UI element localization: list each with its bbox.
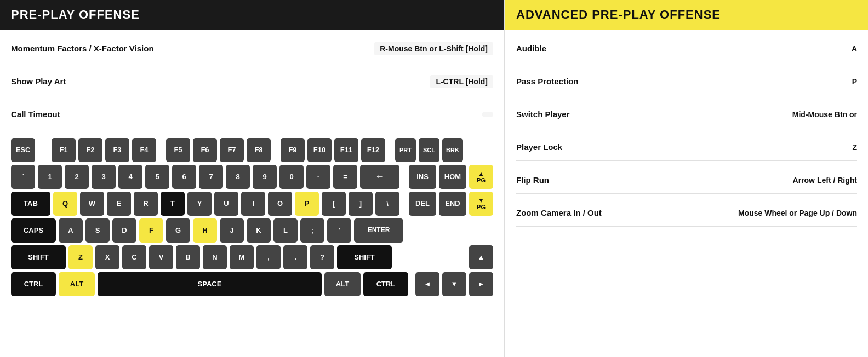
key-esc[interactable]: ESC [11,138,35,162]
right-label-3: Player Lock [516,142,852,152]
key-shift-right[interactable]: SHIFT [337,245,392,269]
key-del[interactable]: DEL [409,192,436,216]
control-row-1: Show Play Art L-CTRL [Hold] [11,62,493,95]
key-end[interactable]: END [439,192,466,216]
key-space[interactable]: SPACE [98,272,322,296]
key-semicolon[interactable]: ; [300,218,324,243]
key-6[interactable]: 6 [172,165,196,189]
key-x[interactable]: X [95,245,119,269]
right-row-1: Pass Protection P [516,62,857,95]
key-0[interactable]: 0 [279,165,304,189]
left-header-text: PRE-PLAY OFFENSE [11,8,140,21]
right-key-0: A [852,44,857,53]
key-k[interactable]: K [247,218,271,243]
key-comma[interactable]: , [256,245,281,269]
key-arrow-right[interactable]: ► [469,272,493,296]
key-4[interactable]: 4 [118,165,142,189]
key-o[interactable]: O [268,192,292,216]
key-r[interactable]: R [134,192,158,216]
key-backtick[interactable]: ` [11,165,35,189]
kb-row-zxcv: SHIFT Z X C V B N M , . ? SHIFT ▲ [11,245,493,269]
key-arrow-left[interactable]: ◄ [415,272,439,296]
key-y[interactable]: Y [187,192,212,216]
key-period[interactable]: . [283,245,307,269]
key-f3[interactable]: F3 [105,138,129,162]
key-f11[interactable]: F11 [334,138,358,162]
key-d[interactable]: D [112,218,136,243]
key-enter[interactable]: ENTER [354,218,403,243]
key-b[interactable]: B [176,245,200,269]
key-3[interactable]: 3 [92,165,116,189]
key-quote[interactable]: ' [327,218,351,243]
key-hom[interactable]: HOM [439,165,466,189]
key-lbracket[interactable]: [ [322,192,346,216]
key-equals[interactable]: = [333,165,357,189]
key-e[interactable]: E [107,192,131,216]
key-u[interactable]: U [214,192,238,216]
key-5[interactable]: 5 [145,165,169,189]
key-minus[interactable]: - [306,165,330,189]
key-t[interactable]: T [161,192,185,216]
key-backslash[interactable]: \ [375,192,399,216]
key-f7[interactable]: F7 [220,138,244,162]
key-f5[interactable]: F5 [166,138,190,162]
key-i[interactable]: I [241,192,265,216]
key-ins[interactable]: INS [409,165,436,189]
key-z[interactable]: Z [68,245,93,269]
key-m[interactable]: M [230,245,254,269]
key-7[interactable]: 7 [199,165,223,189]
key-backspace[interactable]: ← [360,165,399,189]
key-f4[interactable]: F4 [132,138,156,162]
kb-row-bottom: CTRL ALT SPACE ALT CTRL ◄ ▼ ► [11,272,493,296]
key-a[interactable]: A [59,218,83,243]
key-shift-left[interactable]: SHIFT [11,245,66,269]
key-j[interactable]: J [220,218,244,243]
right-label-4: Flip Run [516,175,793,185]
key-f10[interactable]: F10 [307,138,332,162]
key-1[interactable]: 1 [38,165,62,189]
right-key-3: Z [852,143,857,152]
key-f9[interactable]: F9 [281,138,305,162]
key-pgdn[interactable]: ▼PG [469,192,493,216]
key-rbracket[interactable]: ] [349,192,373,216]
key-brk[interactable]: BRK [442,138,463,162]
key-f[interactable]: F [139,218,163,243]
key-arrow-up[interactable]: ▲ [469,245,493,269]
key-ctrl-left[interactable]: CTRL [11,272,56,296]
kb-row-numbers: ` 1 2 3 4 5 6 7 8 9 0 - = ← INS HOM ▲PG [11,165,493,189]
right-label-0: Audible [516,44,852,53]
arrow-up-container: ▲ [436,245,493,269]
key-f2[interactable]: F2 [78,138,102,162]
key-2[interactable]: 2 [65,165,89,189]
key-alt-right[interactable]: ALT [324,272,361,296]
key-caps[interactable]: CAPS [11,218,56,243]
key-f1[interactable]: F1 [52,138,76,162]
right-label-1: Pass Protection [516,77,852,86]
key-s[interactable]: S [85,218,110,243]
key-q[interactable]: Q [53,192,77,216]
key-ctrl-right[interactable]: CTRL [363,272,408,296]
control-key-1: L-CTRL [Hold] [430,75,493,88]
key-n[interactable]: N [203,245,227,269]
right-header-text: ADVANCED PRE-PLAY OFFENSE [516,8,721,21]
key-g[interactable]: G [166,218,190,243]
key-f6[interactable]: F6 [193,138,217,162]
key-prt[interactable]: PRT [395,138,416,162]
key-8[interactable]: 8 [226,165,250,189]
key-alt-left[interactable]: ALT [59,272,95,296]
key-slash[interactable]: ? [310,245,334,269]
key-9[interactable]: 9 [253,165,277,189]
kb-row-asdf: CAPS A S D F G H J K L ; ' ENTER [11,218,493,243]
key-v[interactable]: V [149,245,173,269]
key-tab[interactable]: TAB [11,192,50,216]
key-pgup[interactable]: ▲PG [469,165,493,189]
key-scl[interactable]: SCL [419,138,439,162]
key-h[interactable]: H [193,218,217,243]
key-arrow-down[interactable]: ▼ [442,272,466,296]
key-f8[interactable]: F8 [247,138,271,162]
key-l[interactable]: L [273,218,298,243]
key-w[interactable]: W [80,192,104,216]
key-p[interactable]: P [295,192,319,216]
key-c[interactable]: C [122,245,146,269]
key-f12[interactable]: F12 [361,138,385,162]
